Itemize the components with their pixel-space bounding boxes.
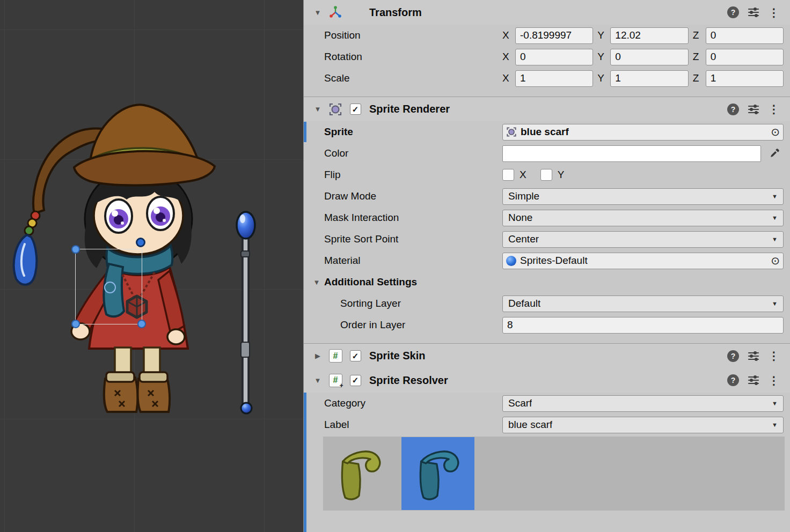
foldout-open-icon[interactable]: ▼	[313, 376, 322, 385]
transform-header[interactable]: ▼ Transform ?	[304, 0, 790, 25]
category-dropdown[interactable]: Scarf ▼	[502, 395, 784, 412]
component-enabled-checkbox[interactable]: ✓	[350, 104, 361, 115]
material-icon	[506, 256, 516, 266]
flip-y-label: Y	[558, 169, 565, 181]
sprite-value: blue scarf	[521, 126, 569, 138]
presets-icon[interactable]	[746, 375, 761, 386]
label-value: blue scarf	[508, 419, 552, 431]
selection-handle	[72, 320, 79, 328]
mask-interaction-label: Mask Interaction	[324, 212, 502, 224]
flip-x-checkbox[interactable]	[502, 169, 514, 181]
sprite-renderer-header[interactable]: ▼ ✓ Sprite Renderer ? ⋮	[304, 97, 790, 121]
sprite-variant-green-scarf[interactable]	[323, 437, 396, 510]
sprite-sort-point-label: Sprite Sort Point	[324, 233, 502, 245]
transform-body: Position X Y Z Rotation X Y Z Scale	[304, 25, 790, 97]
inspector-panel: ▼ Transform ?	[303, 0, 790, 532]
scale-z-input[interactable]	[706, 70, 784, 87]
chevron-down-icon: ▼	[767, 193, 778, 200]
more-menu-icon[interactable]: ⋮	[766, 104, 781, 115]
additional-settings-row[interactable]: ▼ Additional Settings	[304, 271, 790, 293]
component-enabled-checkbox[interactable]: ✓	[350, 350, 361, 361]
additional-settings-label: Additional Settings	[324, 276, 502, 288]
foldout-open-icon[interactable]: ▼	[313, 9, 322, 17]
scale-label: Scale	[324, 72, 502, 84]
material-object-field[interactable]: Sprites-Default ⊙	[502, 253, 784, 269]
prefab-override-bar	[304, 122, 306, 142]
rotation-z-input[interactable]	[706, 49, 784, 65]
mask-interaction-value: None	[508, 212, 532, 224]
help-icon[interactable]: ?	[726, 104, 741, 115]
sprite-sort-point-row: Sprite Sort Point Center ▼	[304, 228, 790, 250]
scene-view[interactable]	[0, 0, 303, 532]
sprite-resolver-title: Sprite Resolver	[369, 374, 448, 387]
color-row: Color	[304, 143, 790, 164]
chevron-down-icon: ▼	[767, 422, 778, 428]
position-x-input[interactable]	[515, 27, 593, 44]
category-value: Scarf	[508, 397, 532, 409]
scene-canvas	[0, 0, 303, 532]
object-picker-icon[interactable]: ⊙	[771, 255, 780, 266]
chevron-down-icon: ▼	[767, 300, 778, 307]
help-icon[interactable]: ?	[726, 350, 741, 362]
sprite-variant-blue-scarf[interactable]	[401, 437, 474, 510]
label-dropdown[interactable]: blue scarf ▼	[502, 417, 784, 433]
help-icon[interactable]: ?	[726, 6, 741, 18]
flip-x-label: X	[520, 169, 526, 181]
axis-x-label: X	[502, 51, 511, 63]
draw-mode-label: Draw Mode	[324, 190, 502, 202]
order-in-layer-input[interactable]	[502, 317, 784, 334]
position-row: Position X Y Z	[304, 25, 790, 46]
staff-sprite[interactable]	[237, 212, 255, 413]
scale-x-input[interactable]	[515, 70, 593, 87]
axis-y-label: Y	[597, 29, 606, 41]
foldout-open-icon[interactable]: ▼	[312, 278, 321, 286]
sprite-resolver-header[interactable]: ▼ #+ ✓ Sprite Resolver ? ⋮	[304, 368, 790, 393]
scale-y-input[interactable]	[610, 70, 688, 87]
foldout-open-icon[interactable]: ▼	[313, 105, 322, 113]
more-menu-icon[interactable]: ⋮	[766, 350, 781, 361]
character-sprite[interactable]	[14, 105, 215, 412]
flip-y-checkbox[interactable]	[540, 169, 552, 181]
chevron-down-icon: ▼	[767, 215, 778, 221]
sprite-resolver-component: ▼ #+ ✓ Sprite Resolver ? ⋮ Category	[304, 368, 790, 532]
sprite-object-field[interactable]: blue scarf ⊙	[502, 124, 784, 141]
label-label: Label	[324, 419, 502, 431]
presets-icon[interactable]	[746, 104, 761, 115]
presets-icon[interactable]	[746, 351, 761, 361]
rotation-y-input[interactable]	[610, 49, 688, 65]
sprite-skin-header[interactable]: ▶ # ✓ Sprite Skin ? ⋮	[304, 343, 790, 368]
presets-icon[interactable]	[746, 7, 761, 18]
sprite-renderer-body: Sprite blue scarf ⊙ C	[304, 121, 790, 343]
flip-row: Flip X Y	[304, 164, 790, 186]
position-z-input[interactable]	[706, 27, 784, 44]
eyedropper-icon[interactable]	[765, 148, 784, 159]
rotation-label: Rotation	[324, 51, 502, 63]
position-label: Position	[324, 29, 502, 41]
sorting-layer-dropdown[interactable]: Default ▼	[502, 295, 784, 312]
transform-icon	[327, 5, 343, 20]
axis-z-label: Z	[693, 29, 701, 41]
chevron-down-icon: ▼	[767, 400, 778, 407]
foldout-closed-icon[interactable]: ▶	[313, 352, 322, 360]
mask-interaction-row: Mask Interaction None ▼	[304, 207, 790, 228]
mask-interaction-dropdown[interactable]: None ▼	[502, 210, 784, 226]
color-label: Color	[324, 147, 502, 159]
object-picker-icon[interactable]: ⊙	[771, 127, 780, 137]
more-menu-icon[interactable]: ⋮	[766, 7, 781, 18]
material-label: Material	[324, 255, 502, 267]
help-icon[interactable]: ?	[726, 374, 741, 386]
rotation-row: Rotation X Y Z	[304, 46, 790, 68]
sprite-resolver-script-icon: #+	[327, 373, 343, 388]
position-y-input[interactable]	[610, 27, 688, 44]
component-enabled-checkbox[interactable]: ✓	[350, 375, 361, 386]
category-label: Category	[324, 397, 502, 409]
sprite-sort-point-dropdown[interactable]: Center ▼	[502, 231, 784, 248]
chevron-down-icon: ▼	[767, 236, 778, 242]
more-menu-icon[interactable]: ⋮	[766, 375, 781, 386]
category-row: Category Scarf ▼	[304, 393, 790, 414]
rotation-x-input[interactable]	[515, 49, 593, 65]
axis-z-label: Z	[693, 72, 701, 84]
draw-mode-dropdown[interactable]: Simple ▼	[502, 188, 784, 205]
material-value: Sprites-Default	[520, 255, 588, 267]
color-swatch[interactable]	[502, 145, 761, 162]
